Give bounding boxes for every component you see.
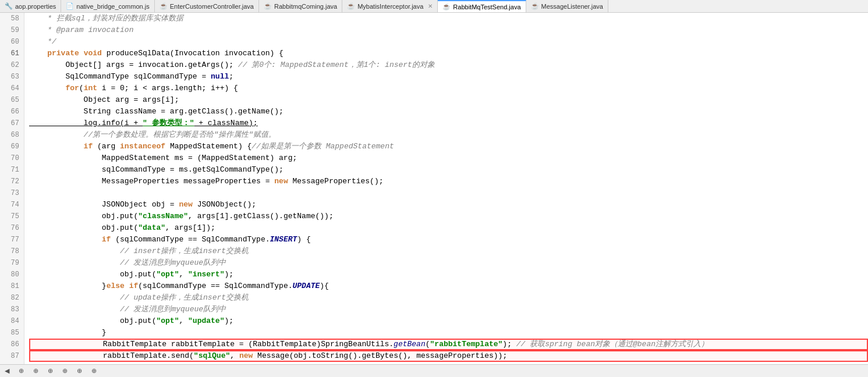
tab-icon: ☕ (531, 2, 539, 10)
code-line-82: // update操作，生成insert交换机 (29, 292, 868, 304)
code-line-86: RabbitTemplate rabbitTemplate = (RabbitT… (29, 339, 868, 350)
tab-icon: 🔧 (5, 2, 13, 10)
code-line-76: obj.put("data", args[1]); (29, 222, 868, 234)
code-line-58: * 拦截sql，封装对应的数据库实体数据 (29, 13, 868, 24)
tab-icon: 📄 (66, 2, 74, 10)
bottom-item-5[interactable]: ⊕ (77, 367, 82, 375)
code-line-83: // 发送消息到myqueue队列中 (29, 304, 868, 315)
bottom-status: ◀ (5, 367, 9, 375)
code-line-73 (29, 187, 868, 199)
code-line-85: } (29, 327, 868, 339)
bottom-bar: ◀ ⊕ ⊕ ⊕ ⊕ ⊕ ⊕ (0, 364, 868, 377)
code-line-77: if (sqlCommandType == SqlCommandType.INS… (29, 234, 868, 246)
bottom-item-1[interactable]: ⊕ (19, 367, 24, 375)
tab-rabbitmq-test-send[interactable]: ☕ RabbitMqTestSend.java (438, 0, 526, 13)
tab-icon: ☕ (442, 3, 451, 10)
line-numbers: 58 59 60 61⊖ 62 63 64 65 66 67 68 69 70 … (0, 13, 24, 364)
code-line-66: String className = arg.getClass().getNam… (29, 106, 868, 118)
code-line-81: }else if(sqlCommandType == SqlCommandTyp… (29, 280, 868, 292)
code-line-62: Object[] args = invocation.getArgs(); //… (29, 59, 868, 71)
code-content[interactable]: * 拦截sql，封装对应的数据库实体数据 * @param invocation… (24, 13, 868, 364)
tab-close-mybatis[interactable]: ✕ (428, 3, 433, 9)
bottom-item-3[interactable]: ⊕ (48, 367, 53, 375)
code-line-74: JSONObject obj = new JSONObject(); (29, 199, 868, 211)
tab-icon: ☕ (347, 2, 355, 10)
tab-aop-properties[interactable]: 🔧 aop.properties (0, 0, 61, 13)
code-line-80: obj.put("opt", "insert"); (29, 269, 868, 280)
code-line-64: for(int i = 0; i < args.length; i++) { (29, 83, 868, 94)
tab-native-bridge[interactable]: 📄 native_bridge_common.js (61, 0, 154, 13)
code-line-60: */ (29, 36, 868, 48)
code-line-63: SqlCommandType sqlCommandType = null; (29, 71, 868, 83)
code-line-69: if (arg instanceof MappedStatement) {//如… (29, 141, 868, 152)
tab-icon: ☕ (264, 2, 272, 10)
code-line-61: private void produceSqlData(Invocation i… (29, 48, 868, 59)
code-line-79: // 发送消息到myqueue队列中 (29, 257, 868, 269)
code-line-84: obj.put("opt", "update"); (29, 315, 868, 327)
bottom-item-2[interactable]: ⊕ (33, 367, 38, 375)
bottom-item-4[interactable]: ⊕ (62, 367, 68, 375)
code-line-78: // insert操作，生成insert交换机 (29, 246, 868, 257)
tab-enter-customer-controller[interactable]: ☕ EnterCustomerController.java (155, 0, 259, 13)
code-line-75: obj.put("className", args[1].getClass().… (29, 211, 868, 222)
code-line-72: MessageProperties messageProperties = ne… (29, 176, 868, 187)
tab-message-listener[interactable]: ☕ MessageListener.java (526, 0, 608, 13)
code-line-59: * @param invocation (29, 24, 868, 36)
code-area: 58 59 60 61⊖ 62 63 64 65 66 67 68 69 70 … (0, 13, 868, 364)
code-line-65: Object arg = args[i]; (29, 94, 868, 106)
tab-bar: 🔧 aop.properties 📄 native_bridge_common.… (0, 0, 868, 13)
code-line-67: log.info(i + "_参数类型：" + className); (29, 118, 868, 129)
code-line-70: MappedStatement ms = (MappedStatement) a… (29, 152, 868, 164)
tab-rabbitmq-coming[interactable]: ☕ RabbitmqComing.java (259, 0, 342, 13)
bottom-item-6[interactable]: ⊕ (91, 367, 97, 375)
code-line-68: //第一个参数处理。根据它判断是否给"操作属性"赋值。 (29, 129, 868, 141)
tab-icon: ☕ (160, 2, 168, 10)
code-line-87: rabbitTemplate.send("sqlQue", new Messag… (29, 350, 868, 362)
code-line-88: } (29, 362, 868, 364)
code-line-71: sqlCommandType = ms.getSqlCommandType(); (29, 164, 868, 176)
tab-mybatis-interceptor[interactable]: ☕ MybatisInterceptor.java ✕ (342, 0, 438, 13)
